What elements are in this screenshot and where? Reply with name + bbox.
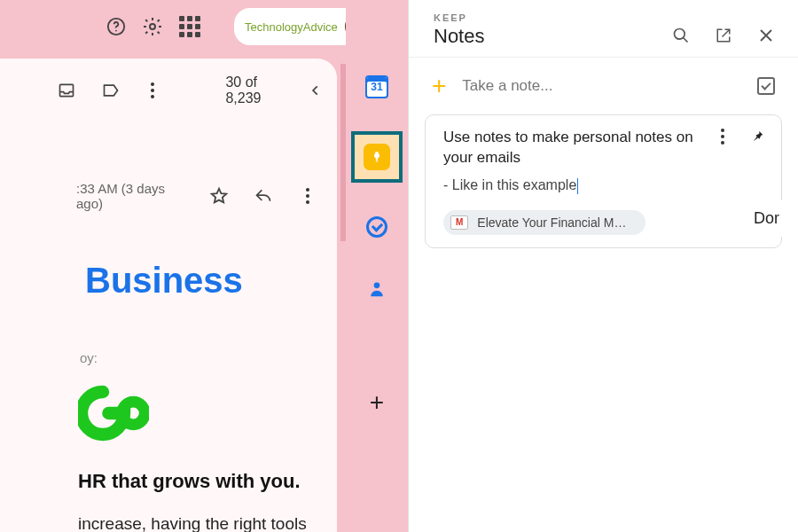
gmail-content-card: 30 of 8,239 :33 AM (3 days ago) Business…: [0, 59, 337, 532]
message-more-icon[interactable]: [296, 184, 319, 208]
email-headline: HR that grows with you.: [78, 470, 337, 493]
svg-point-1: [115, 30, 117, 32]
business-logo-text: Business: [85, 261, 337, 301]
close-icon[interactable]: [754, 23, 778, 48]
gmail-m-icon: M: [450, 215, 468, 230]
take-note-row[interactable]: + Take a note...: [409, 58, 798, 114]
keep-side-panel: KEEP Notes + Take a note...: [408, 0, 798, 532]
plus-icon: +: [370, 388, 384, 417]
move-to-inbox-icon[interactable]: [57, 78, 76, 103]
svg-point-7: [675, 29, 685, 40]
settings-gear-icon[interactable]: [142, 14, 163, 39]
reply-icon[interactable]: [252, 184, 275, 208]
message-counter: 30 of 8,239: [225, 74, 267, 106]
email-body: increase, having the right tools neet th…: [78, 512, 319, 532]
linked-email-label: Elevate Your Financial Mana…: [477, 215, 633, 230]
take-note-prompt: Take a note...: [462, 77, 741, 95]
rail-keep-selected[interactable]: [351, 131, 403, 183]
svg-point-4: [122, 402, 145, 425]
svg-point-6: [374, 283, 380, 289]
gmail-pane: TechnologyAdvice 30 of 8,239 :33 AM (3 d…: [0, 0, 346, 532]
apps-grid-icon[interactable]: [179, 14, 200, 39]
vendor-logo: [78, 378, 149, 449]
rail-add-addon[interactable]: +: [359, 385, 395, 420]
message-timestamp: :33 AM (3 days ago): [76, 181, 186, 211]
text-cursor: [577, 178, 578, 194]
rail-tasks[interactable]: [359, 209, 395, 245]
keep-kicker: KEEP: [434, 12, 669, 23]
search-icon[interactable]: [669, 23, 693, 48]
person-icon: [368, 279, 386, 299]
help-icon[interactable]: [106, 14, 126, 39]
note-body[interactable]: - Like in this example: [443, 177, 765, 194]
pin-icon[interactable]: [746, 124, 771, 149]
svg-rect-3: [60, 84, 74, 96]
gmail-top-strip: TechnologyAdvice: [0, 0, 346, 53]
tasks-icon: [366, 216, 387, 238]
linked-email-chip[interactable]: M Elevate Your Financial Mana…: [443, 210, 645, 235]
rail-calendar[interactable]: 31: [359, 69, 395, 105]
note-card[interactable]: Use notes to make personal notes on your…: [425, 114, 782, 248]
keep-icon: [364, 144, 390, 170]
new-list-icon[interactable]: [757, 77, 775, 95]
rail-contacts[interactable]: [359, 271, 395, 307]
chevron-left-icon[interactable]: [309, 78, 323, 103]
note-more-icon[interactable]: [710, 124, 735, 149]
done-button[interactable]: Dor: [739, 200, 786, 237]
calendar-icon: 31: [365, 75, 388, 98]
brand-label: TechnologyAdvice: [245, 20, 338, 34]
message-meta-row: :33 AM (3 days ago): [0, 112, 337, 211]
scroll-indicator: [340, 64, 346, 241]
gmail-message-toolbar: 30 of 8,239: [0, 69, 337, 112]
add-note-plus-icon: +: [432, 72, 446, 100]
keep-header: KEEP Notes: [409, 0, 798, 58]
svg-point-2: [150, 24, 155, 29]
side-apps-rail: 31 +: [346, 0, 408, 532]
open-in-new-icon[interactable]: [711, 23, 736, 48]
sponsor-label: oy:: [80, 350, 337, 365]
more-vert-icon[interactable]: [145, 78, 160, 103]
star-icon[interactable]: [207, 184, 231, 208]
svg-rect-5: [376, 160, 378, 162]
keep-title: Notes: [434, 25, 669, 48]
label-icon[interactable]: [101, 78, 121, 103]
